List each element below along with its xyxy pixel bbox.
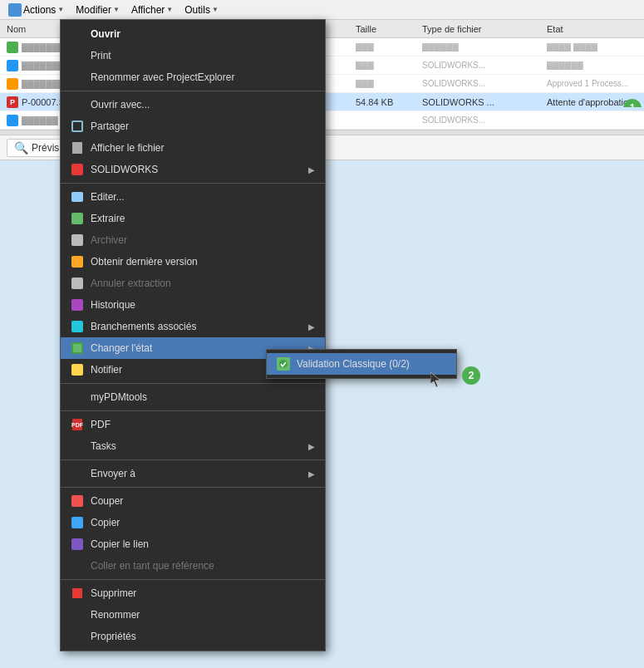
partager-icon bbox=[71, 120, 84, 133]
menu-obtenir-label: Obtenir dernière version bbox=[91, 256, 315, 268]
modifier-label: Modifier bbox=[76, 4, 111, 16]
menu-extraire-label: Extraire bbox=[91, 213, 315, 224]
menu-print[interactable]: Print bbox=[61, 45, 325, 66]
menu-couper-label: Couper bbox=[91, 495, 315, 507]
menu-renommer-label: Renommer bbox=[91, 609, 315, 621]
sep2 bbox=[61, 183, 325, 184]
menu-ouvrir-label: Ouvrir bbox=[91, 28, 315, 40]
copier-icon bbox=[71, 516, 84, 529]
solidworks-icon bbox=[71, 163, 84, 176]
menu-copier-label: Copier bbox=[91, 517, 315, 528]
outils-menu[interactable]: Outils ▼ bbox=[179, 2, 224, 17]
editer-icon bbox=[71, 190, 84, 204]
pdf-icon: PDF bbox=[71, 418, 84, 431]
sep3 bbox=[61, 383, 325, 384]
cell-taille: ▓▓▓ bbox=[352, 79, 419, 88]
menu-supprimer[interactable]: Supprimer bbox=[61, 582, 325, 604]
modifier-menu[interactable]: Modifier ▼ bbox=[71, 2, 125, 17]
menu-tasks[interactable]: Tasks ▶ bbox=[61, 435, 325, 457]
menu-coller-ref-label: Coller en tant que référence bbox=[91, 560, 315, 572]
cell-taille: ▓▓▓ bbox=[352, 42, 419, 52]
actions-menu[interactable]: Actions ▼ bbox=[3, 2, 69, 18]
menu-obtenir[interactable]: Obtenir dernière version bbox=[61, 251, 325, 273]
menu-historique-label: Historique bbox=[91, 299, 315, 311]
solidworks-arrow: ▶ bbox=[308, 165, 315, 174]
notifier-icon bbox=[71, 363, 84, 376]
menu-ouvrir[interactable]: Ouvrir bbox=[61, 23, 325, 45]
cell-etat: Approved 1 Process... bbox=[543, 79, 643, 88]
menu-historique[interactable]: Historique bbox=[61, 294, 325, 316]
file-icon-redp: P bbox=[7, 96, 18, 108]
toolbar: Actions ▼ Modifier ▼ Afficher ▼ Outils ▼ bbox=[0, 0, 644, 20]
menu-proprietes[interactable]: Propriétés bbox=[61, 626, 325, 647]
menu-mypdmtools-label: myPDMtools bbox=[91, 391, 315, 403]
col-taille: Taille bbox=[352, 24, 419, 34]
menu-copier[interactable]: Copier bbox=[61, 512, 325, 533]
menu-renommer[interactable]: Renommer bbox=[61, 604, 325, 626]
badge-2: 2 bbox=[462, 366, 480, 385]
renommer-icon bbox=[71, 608, 84, 621]
submenu-validation-classique-label: Validation Classique (0/2) bbox=[297, 358, 410, 370]
cell-etat: Attente d'approbation 1 bbox=[543, 97, 643, 107]
menu-editer-label: Editer... bbox=[91, 191, 315, 203]
menu-afficher-fichier-label: Afficher le fichier bbox=[91, 142, 315, 154]
menu-partager-label: Partager bbox=[91, 120, 315, 132]
outils-label: Outils bbox=[184, 4, 210, 16]
sep6 bbox=[61, 487, 325, 488]
historique-icon bbox=[71, 298, 84, 312]
cell-taille: ▓▓▓ bbox=[352, 61, 419, 70]
menu-solidworks-label: SOLIDWORKS bbox=[91, 164, 302, 175]
tasks-arrow: ▶ bbox=[308, 442, 315, 451]
submenu-validation-classique[interactable]: Validation Classique (0/2) bbox=[267, 353, 456, 375]
outils-arrow: ▼ bbox=[212, 6, 219, 13]
menu-copier-lien-label: Copier le lien bbox=[91, 538, 315, 550]
menu-editer[interactable]: Editer... bbox=[61, 186, 325, 208]
print-icon bbox=[71, 49, 84, 62]
cell-type: ▓▓▓▓▓▓ bbox=[419, 42, 543, 52]
col-type: Type de fichier bbox=[419, 24, 543, 34]
mypdmtools-icon bbox=[71, 390, 84, 404]
menu-envoyer-label: Envoyer à bbox=[91, 468, 302, 479]
archiver-icon bbox=[71, 233, 84, 247]
file-icon-blue2 bbox=[7, 115, 18, 126]
menu-afficher-fichier[interactable]: Afficher le fichier bbox=[61, 137, 325, 159]
sep1 bbox=[61, 91, 325, 91]
tasks-icon bbox=[71, 440, 84, 453]
menu-couper[interactable]: Couper bbox=[61, 490, 325, 512]
status-attente: Attente d'approbation bbox=[547, 97, 633, 107]
svg-point-0 bbox=[279, 360, 288, 368]
changer-etat-icon bbox=[71, 341, 84, 355]
cell-type: SOLIDWORKS ... bbox=[419, 97, 543, 107]
branchements-icon bbox=[71, 320, 84, 333]
menu-branchements[interactable]: Branchements associés ▶ bbox=[61, 316, 325, 337]
actions-label: Actions bbox=[23, 4, 56, 16]
envoyer-arrow: ▶ bbox=[308, 469, 315, 479]
validation-classique-icon bbox=[277, 357, 290, 371]
menu-ouvrir-avec-label: Ouvrir avec... bbox=[91, 99, 315, 111]
preview-icon: 🔍 bbox=[14, 141, 28, 155]
sep7 bbox=[61, 579, 325, 580]
menu-archiver: Archiver bbox=[61, 229, 325, 251]
menu-pdf[interactable]: PDF PDF bbox=[61, 414, 325, 435]
menu-envoyer[interactable]: Envoyer à ▶ bbox=[61, 463, 325, 484]
menu-extraire[interactable]: Extraire bbox=[61, 208, 325, 229]
sep5 bbox=[61, 459, 325, 460]
couper-icon bbox=[71, 494, 84, 508]
afficher-menu[interactable]: Afficher ▼ bbox=[126, 2, 178, 17]
menu-mypdmtools[interactable]: myPDMtools bbox=[61, 386, 325, 408]
menu-solidworks[interactable]: SOLIDWORKS ▶ bbox=[61, 159, 325, 180]
file-icon-green bbox=[7, 42, 18, 53]
renommer-pe-icon bbox=[71, 71, 84, 84]
menu-annuler-label: Annuler extraction bbox=[91, 278, 315, 289]
obtenir-icon bbox=[71, 255, 84, 268]
menu-ouvrir-avec[interactable]: Ouvrir avec... bbox=[61, 94, 325, 115]
ouvrir-avec-icon bbox=[71, 98, 84, 111]
menu-copier-lien[interactable]: Copier le lien bbox=[61, 533, 325, 555]
modifier-arrow: ▼ bbox=[113, 6, 120, 13]
afficher-arrow: ▼ bbox=[166, 6, 173, 13]
proprietes-icon bbox=[71, 630, 84, 643]
menu-renommer-pe[interactable]: Renommer avec ProjectExplorer bbox=[61, 66, 325, 88]
menu-partager[interactable]: Partager bbox=[61, 115, 325, 137]
sep4 bbox=[61, 410, 325, 411]
col-etat: Etat bbox=[543, 24, 643, 34]
